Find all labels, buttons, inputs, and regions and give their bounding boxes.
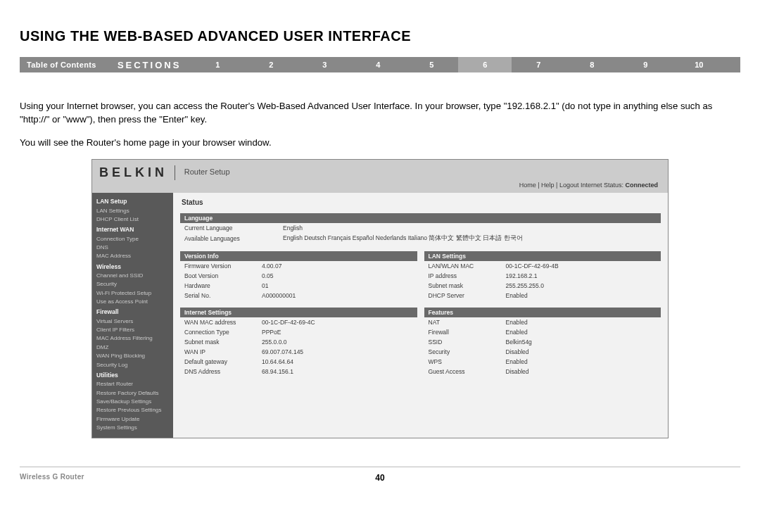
cell-key: Default gateway <box>180 357 258 367</box>
cell-key: Guest Access <box>424 367 502 376</box>
sidebar-item-wan-ping-blocking[interactable]: WAN Ping Blocking <box>96 352 170 360</box>
top-links-text[interactable]: Home | Help | Logout Internet Status: <box>519 182 623 189</box>
sidebar-item-restore-factory-defaults[interactable]: Restore Factory Defaults <box>96 389 170 398</box>
sidebar-item-security[interactable]: Security <box>96 280 170 289</box>
paragraph-2: You will see the Router's home page in y… <box>20 136 740 149</box>
sidebar-item-security-log[interactable]: Security Log <box>96 361 170 369</box>
language-table: Language Current LanguageEnglishAvailabl… <box>180 213 661 244</box>
section-link-10[interactable]: 10 <box>672 57 726 72</box>
cell-value: 4.00.07 <box>258 261 417 271</box>
section-link-6[interactable]: 6 <box>458 57 512 72</box>
sidebar-item-mac-address-filtering[interactable]: MAC Address Filtering <box>96 334 170 343</box>
table-row: FirewallEnabled <box>424 327 661 337</box>
sidebar-item-system-settings[interactable]: System Settings <box>96 424 170 432</box>
sidebar-cat-wireless: Wireless <box>96 262 170 272</box>
section-link-3[interactable]: 3 <box>298 57 351 72</box>
internet-table: Internet Settings WAN MAC address00-1C-D… <box>180 308 417 376</box>
table-row: WAN IP69.007.074.145 <box>180 347 417 357</box>
cell-value: 10.64.64.64 <box>258 357 417 367</box>
table-row: Available LanguagesEnglish Deutsch Franç… <box>180 233 661 244</box>
table-row: SecurityDisabled <box>424 347 661 357</box>
sidebar-item-channel-and-ssid[interactable]: Channel and SSID <box>96 272 170 280</box>
cell-value: PPPoE <box>258 327 417 337</box>
cell-value: Enabled <box>502 317 661 327</box>
cell-value: English <box>279 223 661 233</box>
cell-key: Security <box>424 347 502 357</box>
toc-link[interactable]: Table of Contents <box>20 61 103 69</box>
cell-key: WAN IP <box>180 347 258 357</box>
section-link-2[interactable]: 2 <box>244 57 298 72</box>
cell-value: English Deutsch Français Español Nederla… <box>279 233 661 244</box>
sidebar-item-restore-previous-settings[interactable]: Restore Previous Settings <box>96 406 170 414</box>
cell-value: Enabled <box>502 327 661 337</box>
section-link-7[interactable]: 7 <box>512 57 565 72</box>
sections-label: SECTIONS <box>103 60 191 70</box>
table-row: WAN MAC address00-1C-DF-42-69-4C <box>180 317 417 327</box>
section-link-5[interactable]: 5 <box>405 57 458 72</box>
section-link-4[interactable]: 4 <box>351 57 405 72</box>
table-row: Hardware01 <box>180 281 417 291</box>
table-row: Current LanguageEnglish <box>180 223 661 233</box>
cell-key: Firewall <box>424 327 502 337</box>
cell-key: IP address <box>424 271 502 281</box>
cell-key: DNS Address <box>180 367 258 376</box>
cell-value: 00-1C-DF-42-69-4C <box>258 317 417 327</box>
cell-key: NAT <box>424 317 502 327</box>
cell-value: A000000001 <box>258 291 417 300</box>
cell-key: LAN/WLAN MAC <box>424 261 502 271</box>
table-row: SSIDBelkin54g <box>424 337 661 347</box>
section-link-8[interactable]: 8 <box>565 57 619 72</box>
table-row: Serial No.A000000001 <box>180 291 417 300</box>
cell-value: 69.007.074.145 <box>258 347 417 357</box>
cell-value: 01 <box>258 281 417 291</box>
sidebar-cat-utilities: Utilities <box>96 371 170 380</box>
table-row: Subnet mask255.0.0.0 <box>180 337 417 347</box>
body-text: Using your Internet browser, you can acc… <box>20 99 740 149</box>
page-footer: Wireless G Router 40 <box>20 467 740 483</box>
lan-header: LAN Settings <box>424 251 661 261</box>
sidebar-item-client-ip-filters[interactable]: Client IP Filters <box>96 326 170 334</box>
status-heading: Status <box>182 198 661 206</box>
features-table: Features NATEnabledFirewallEnabledSSIDBe… <box>424 308 661 376</box>
top-links: Home | Help | Logout Internet Status: Co… <box>99 180 661 191</box>
cell-key: Connection Type <box>180 327 258 337</box>
cell-key: WAN MAC address <box>180 317 258 327</box>
router-subtitle: Router Setup <box>177 167 230 176</box>
cell-value: 255.0.0.0 <box>258 337 417 347</box>
brand-logo: BELKIN <box>99 165 175 180</box>
sidebar-item-wi-fi-protected-setup[interactable]: Wi-Fi Protected Setup <box>96 289 170 298</box>
sidebar-item-dmz[interactable]: DMZ <box>96 343 170 352</box>
table-row: LAN/WLAN MAC00-1C-DF-42-69-4B <box>424 261 661 271</box>
page-title: USING THE WEB-BASED ADVANCED USER INTERF… <box>20 28 740 44</box>
language-header: Language <box>180 213 661 223</box>
cell-key: WPS <box>424 357 502 367</box>
sidebar-item-virtual-servers[interactable]: Virtual Servers <box>96 317 170 326</box>
sidebar-item-lan-settings[interactable]: LAN Settings <box>96 207 170 215</box>
sidebar-item-dns[interactable]: DNS <box>96 243 170 252</box>
cell-key: Boot Version <box>180 271 258 281</box>
footer-page-number: 40 <box>260 473 500 483</box>
cell-value: 0.05 <box>258 271 417 281</box>
router-main: Status Language Current LanguageEnglishA… <box>173 193 668 438</box>
sidebar-cat-internet-wan: Internet WAN <box>96 225 170 234</box>
section-navbar: Table of Contents SECTIONS 12345678910 <box>20 57 740 72</box>
section-link-9[interactable]: 9 <box>619 57 672 72</box>
table-row: Guest AccessDisabled <box>424 367 661 376</box>
sidebar-item-restart-router[interactable]: Restart Router <box>96 380 170 388</box>
sidebar-item-connection-type[interactable]: Connection Type <box>96 235 170 243</box>
table-row: DHCP ServerEnabled <box>424 291 661 300</box>
sidebar-item-dhcp-client-list[interactable]: DHCP Client List <box>96 215 170 224</box>
cell-key: Firmware Version <box>180 261 258 271</box>
cell-value: 00-1C-DF-42-69-4B <box>502 261 661 271</box>
table-row: Default gateway10.64.64.64 <box>180 357 417 367</box>
version-table: Version Info Firmware Version4.00.07Boot… <box>180 251 417 300</box>
cell-key: DHCP Server <box>424 291 502 300</box>
table-row: Firmware Version4.00.07 <box>180 261 417 271</box>
sidebar-item-mac-address[interactable]: MAC Address <box>96 252 170 260</box>
paragraph-1: Using your Internet browser, you can acc… <box>20 99 740 126</box>
sidebar-item-use-as-access-point[interactable]: Use as Access Point <box>96 298 170 306</box>
sidebar-item-firmware-update[interactable]: Firmware Update <box>96 415 170 424</box>
cell-value: 255.255.255.0 <box>502 281 661 291</box>
section-link-1[interactable]: 1 <box>191 57 244 72</box>
sidebar-item-save-backup-settings[interactable]: Save/Backup Settings <box>96 398 170 406</box>
